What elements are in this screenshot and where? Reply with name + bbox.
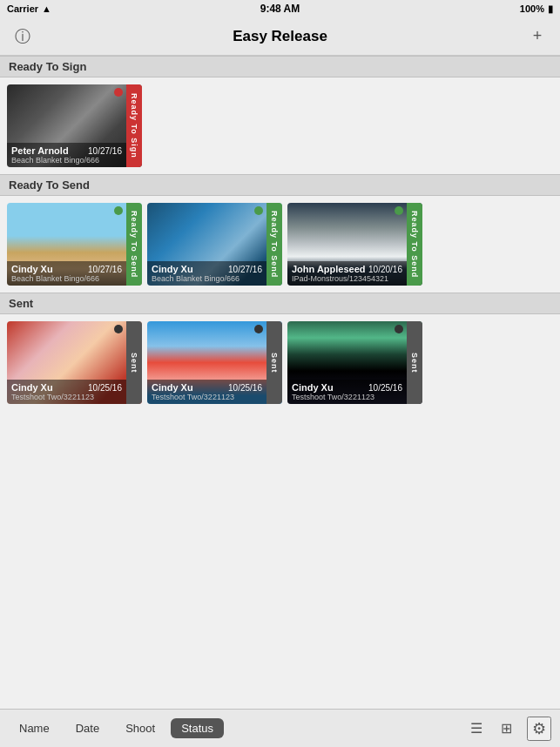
card-info-cindy-xu-2: Cindy Xu10/27/16Beach Blanket Bingo/666 xyxy=(147,261,267,286)
card-subtitle-cindy-xu-s2: Testshoot Two/3221123 xyxy=(152,393,262,401)
card-info-cindy-xu-s3: Cindy Xu10/25/16Testshoot Two/3221123 xyxy=(287,380,407,404)
card-name-cindy-xu-s1: Cindy Xu xyxy=(11,382,53,393)
card-name-john-appleseed: John Appleseed xyxy=(292,264,366,274)
ribbon-peter-arnold: Ready To Sign xyxy=(126,84,142,167)
card-dot-cindy-xu-1 xyxy=(114,206,123,215)
card-dot-john-appleseed xyxy=(395,206,403,215)
ribbon-cindy-xu-2: Ready To Send xyxy=(267,203,282,286)
cards-row-ready-to-send: Cindy Xu10/27/16Beach Blanket Bingo/666R… xyxy=(0,196,560,293)
card-info-cindy-xu-1: Cindy Xu10/27/16Beach Blanket Bingo/666 xyxy=(7,261,126,286)
card-cindy-xu-s2[interactable]: Cindy Xu10/25/16Testshoot Two/3221123Sen… xyxy=(147,321,282,404)
carrier-label: Carrier xyxy=(7,3,38,14)
nav-title: Easy Release xyxy=(233,28,327,45)
cards-row-sent: Cindy Xu10/25/16Testshoot Two/3221123Sen… xyxy=(0,314,560,411)
section-header-ready-to-sign: Ready To Sign xyxy=(0,56,560,77)
battery-icon: ▮ xyxy=(548,3,553,15)
view-group: ☰ ⊞ xyxy=(462,717,520,741)
tab-bar: Name Date Shoot Status ☰ ⊞ ⚙ xyxy=(0,709,560,747)
card-name-cindy-xu-2: Cindy Xu xyxy=(152,264,193,274)
card-dot-peter-arnold xyxy=(114,88,123,97)
card-date-john-appleseed: 10/20/16 xyxy=(368,265,402,274)
ribbon-john-appleseed: Ready To Send xyxy=(407,203,422,286)
card-cindy-xu-s3[interactable]: Cindy Xu10/25/16Testshoot Two/3221123Sen… xyxy=(287,321,422,404)
card-john-appleseed[interactable]: John Appleseed10/20/16IPad-Monstrous/123… xyxy=(287,203,422,286)
card-cindy-xu-2[interactable]: Cindy Xu10/27/16Beach Blanket Bingo/666R… xyxy=(147,203,282,286)
card-date-peter-arnold: 10/27/16 xyxy=(88,146,122,156)
card-subtitle-cindy-xu-s1: Testshoot Two/3221123 xyxy=(11,393,122,401)
card-name-cindy-xu-s2: Cindy Xu xyxy=(152,382,193,393)
wifi-icon: ▲ xyxy=(42,3,51,14)
card-date-cindy-xu-2: 10/27/16 xyxy=(228,265,262,274)
status-bar-right: 100% ▮ xyxy=(520,3,553,15)
main-content: Ready To SignPeter Arnold10/27/16Beach B… xyxy=(0,56,560,709)
card-subtitle-peter-arnold: Beach Blanket Bingo/666 xyxy=(11,156,122,165)
add-button[interactable]: + xyxy=(525,24,550,49)
card-dot-cindy-xu-s2 xyxy=(254,325,263,333)
card-info-cindy-xu-s2: Cindy Xu10/25/16Testshoot Two/3221123 xyxy=(147,380,267,404)
settings-button[interactable]: ⚙ xyxy=(527,717,551,741)
card-cindy-xu-s1[interactable]: Cindy Xu10/25/16Testshoot Two/3221123Sen… xyxy=(7,321,142,404)
status-bar: Carrier ▲ 9:48 AM 100% ▮ xyxy=(0,0,560,17)
card-subtitle-cindy-xu-s3: Testshoot Two/3221123 xyxy=(292,393,402,401)
ribbon-cindy-xu-s1: Sent xyxy=(126,321,142,404)
card-info-cindy-xu-s1: Cindy Xu10/25/16Testshoot Two/3221123 xyxy=(7,380,126,404)
sort-date-button[interactable]: Date xyxy=(65,718,110,738)
info-button[interactable]: ⓘ xyxy=(10,24,35,49)
sort-group: Name Date Shoot Status xyxy=(9,718,224,738)
cards-row-ready-to-sign: Peter Arnold10/27/16Beach Blanket Bingo/… xyxy=(0,77,560,174)
ribbon-cindy-xu-s2: Sent xyxy=(267,321,282,404)
card-subtitle-john-appleseed: IPad-Monstrous/123454321 xyxy=(292,274,402,283)
card-dot-cindy-xu-2 xyxy=(254,206,263,215)
status-bar-left: Carrier ▲ xyxy=(7,3,51,14)
card-date-cindy-xu-s1: 10/25/16 xyxy=(88,383,122,393)
card-dot-cindy-xu-s3 xyxy=(395,325,403,333)
grid-view-button[interactable]: ⊞ xyxy=(492,717,520,741)
sort-shoot-button[interactable]: Shoot xyxy=(115,718,165,738)
nav-bar: ⓘ Easy Release + xyxy=(0,17,560,56)
card-date-cindy-xu-s2: 10/25/16 xyxy=(228,383,262,393)
battery-percent: 100% xyxy=(520,3,544,14)
card-name-cindy-xu-s3: Cindy Xu xyxy=(292,382,334,393)
list-view-button[interactable]: ☰ xyxy=(462,717,490,741)
card-info-john-appleseed: John Appleseed10/20/16IPad-Monstrous/123… xyxy=(287,261,407,286)
list-icon: ☰ xyxy=(470,720,482,737)
sort-status-button[interactable]: Status xyxy=(171,718,224,738)
card-date-cindy-xu-s3: 10/25/16 xyxy=(368,383,402,393)
settings-icon: ⚙ xyxy=(532,719,546,738)
card-cindy-xu-1[interactable]: Cindy Xu10/27/16Beach Blanket Bingo/666R… xyxy=(7,203,142,286)
card-peter-arnold[interactable]: Peter Arnold10/27/16Beach Blanket Bingo/… xyxy=(7,84,142,167)
card-name-cindy-xu-1: Cindy Xu xyxy=(11,264,53,274)
grid-icon: ⊞ xyxy=(501,720,512,737)
status-bar-time: 9:48 AM xyxy=(260,3,300,15)
section-header-ready-to-send: Ready To Send xyxy=(0,174,560,196)
section-header-sent: Sent xyxy=(0,293,560,314)
sort-name-button[interactable]: Name xyxy=(9,718,60,738)
card-date-cindy-xu-1: 10/27/16 xyxy=(88,265,122,274)
card-dot-cindy-xu-s1 xyxy=(114,325,123,333)
card-info-peter-arnold: Peter Arnold10/27/16Beach Blanket Bingo/… xyxy=(7,143,126,167)
ribbon-cindy-xu-1: Ready To Send xyxy=(126,203,142,286)
card-name-peter-arnold: Peter Arnold xyxy=(11,145,69,156)
card-subtitle-cindy-xu-2: Beach Blanket Bingo/666 xyxy=(152,274,262,283)
ribbon-cindy-xu-s3: Sent xyxy=(407,321,422,404)
card-subtitle-cindy-xu-1: Beach Blanket Bingo/666 xyxy=(11,274,122,283)
